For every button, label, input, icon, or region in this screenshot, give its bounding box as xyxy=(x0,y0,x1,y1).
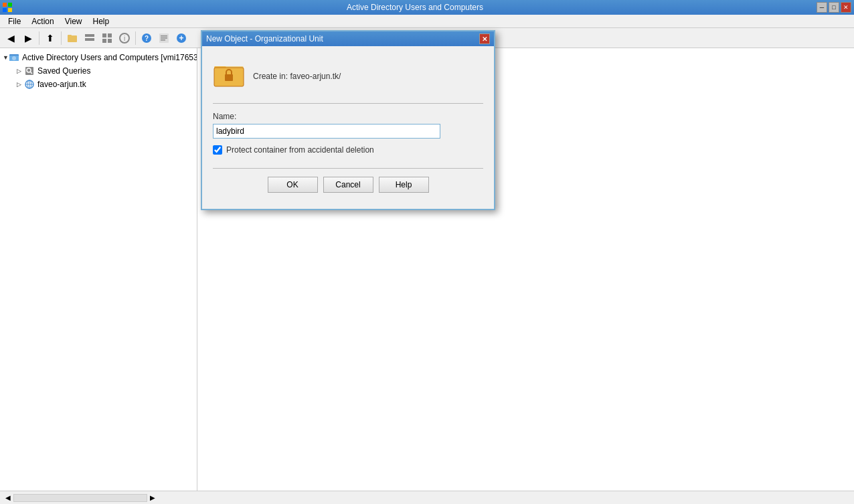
svg-rect-36 xyxy=(225,74,233,81)
svg-rect-9 xyxy=(108,33,112,37)
toolbar-forward[interactable]: ▶ xyxy=(20,30,36,46)
protect-checkbox[interactable] xyxy=(213,145,222,155)
toolbar-up[interactable]: ⬆ xyxy=(42,30,58,46)
toolbar-sep-1 xyxy=(39,31,39,45)
help-button[interactable]: Help xyxy=(379,177,429,193)
svg-rect-2 xyxy=(3,8,7,12)
protect-label: Protect container from accidental deleti… xyxy=(226,145,374,155)
svg-rect-5 xyxy=(68,35,72,37)
ok-button[interactable]: OK xyxy=(268,177,318,193)
svg-rect-1 xyxy=(8,3,12,7)
cancel-button[interactable]: Cancel xyxy=(323,177,373,193)
toolbar-sep-2 xyxy=(61,31,62,45)
scroll-track[interactable] xyxy=(13,494,147,502)
menu-bar: File Action View Help xyxy=(0,15,854,28)
checkbox-row: Protect container from accidental deleti… xyxy=(213,145,483,155)
tree-sq-label: Saved Queries xyxy=(37,66,90,76)
scroll-left-btn[interactable]: ◀ xyxy=(5,494,11,501)
toolbar-add[interactable]: + xyxy=(173,30,189,46)
minimize-button[interactable]: ─ xyxy=(817,2,827,13)
status-bar: ◀ ▶ xyxy=(0,491,854,504)
toolbar-folder[interactable] xyxy=(64,30,80,46)
svg-text:+: + xyxy=(179,33,183,43)
menu-file[interactable]: File xyxy=(3,15,26,27)
tree-expand-root[interactable]: ▼ xyxy=(3,52,9,63)
dialog-buttons: OK Cancel Help xyxy=(213,177,483,193)
toolbar-info[interactable]: i xyxy=(116,30,133,46)
status-scroll: ◀ ▶ xyxy=(5,494,155,502)
svg-point-24 xyxy=(12,56,16,60)
svg-rect-10 xyxy=(102,39,106,43)
menu-help[interactable]: Help xyxy=(88,15,115,27)
svg-text:i: i xyxy=(124,35,125,42)
svg-rect-0 xyxy=(3,3,7,7)
dialog-folder-icon xyxy=(213,57,245,95)
dialog-close-button[interactable]: ✕ xyxy=(479,33,490,44)
svg-rect-19 xyxy=(161,39,165,41)
tree-root-icon xyxy=(9,52,19,63)
svg-rect-7 xyxy=(85,38,94,41)
toolbar-sep-3 xyxy=(135,31,136,45)
dialog-titlebar: New Object - Organizational Unit ✕ xyxy=(202,31,494,46)
tree-root-label: Active Directory Users and Computers [vm… xyxy=(22,53,197,62)
restore-button[interactable]: □ xyxy=(829,2,839,13)
svg-rect-3 xyxy=(8,8,12,12)
menu-view[interactable]: View xyxy=(60,15,88,27)
menu-action[interactable]: Action xyxy=(26,15,59,27)
dialog-title: New Object - Organizational Unit xyxy=(206,34,323,44)
dialog-sep-1 xyxy=(213,103,483,104)
scroll-right-btn[interactable]: ▶ xyxy=(150,494,155,501)
svg-text:?: ? xyxy=(145,35,149,42)
dialog-sep-2 xyxy=(213,168,483,169)
svg-rect-11 xyxy=(108,39,112,43)
name-input[interactable] xyxy=(213,124,440,139)
svg-rect-18 xyxy=(161,37,167,39)
dialog-content: Create in: faveo-arjun.tk/ Name: Protect… xyxy=(202,46,494,209)
dialog-create-info: Create in: faveo-arjun.tk/ xyxy=(253,72,341,81)
toolbar-help[interactable]: ? xyxy=(139,30,155,46)
close-button[interactable]: ✕ xyxy=(841,2,851,13)
toolbar-view2[interactable] xyxy=(99,30,115,46)
tree-domain[interactable]: ▷ faveo-arjun.tk xyxy=(13,78,194,91)
tree-expand-sq[interactable]: ▷ xyxy=(13,66,24,76)
tree-sq-icon xyxy=(24,66,35,76)
app-logo xyxy=(3,2,13,13)
svg-rect-6 xyxy=(85,34,94,37)
tree-domain-icon xyxy=(24,79,35,90)
create-in-label: Create in: xyxy=(253,72,288,81)
name-field-label: Name: xyxy=(213,112,483,121)
tree-panel: ▼ Active Directory Users and Computers [… xyxy=(0,48,197,491)
title-bar: Active Directory Users and Computers ─ □… xyxy=(0,0,854,15)
window-title: Active Directory Users and Computers xyxy=(13,3,817,12)
tree-saved-queries[interactable]: ▷ Saved Queries xyxy=(13,64,194,78)
tree-domain-label: faveo-arjun.tk xyxy=(37,80,86,89)
svg-rect-17 xyxy=(161,35,167,37)
tree-expand-domain[interactable]: ▷ xyxy=(13,79,24,90)
toolbar-back[interactable]: ◀ xyxy=(3,30,19,46)
create-in-value: faveo-arjun.tk/ xyxy=(290,72,341,81)
dialog-header: Create in: faveo-arjun.tk/ xyxy=(213,57,483,95)
svg-rect-8 xyxy=(102,33,106,37)
new-ou-dialog: New Object - Organizational Unit ✕ Creat… xyxy=(201,30,495,210)
toolbar-view1[interactable] xyxy=(82,30,98,46)
window-controls: ─ □ ✕ xyxy=(817,2,851,13)
tree-root[interactable]: ▼ Active Directory Users and Computers [… xyxy=(3,51,194,64)
toolbar-policy[interactable] xyxy=(156,30,172,46)
